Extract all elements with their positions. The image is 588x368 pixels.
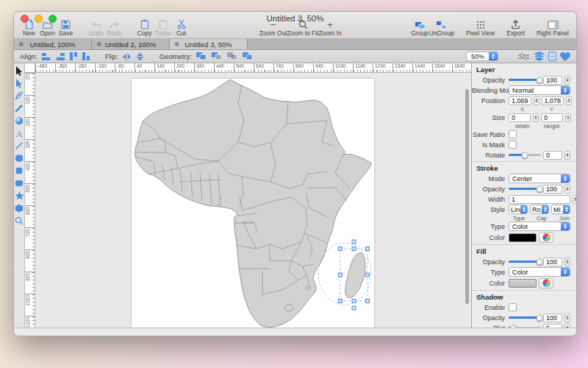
tool-polygon[interactable] [15,203,24,213]
undo-button[interactable]: Undo [87,18,105,37]
position-x-field[interactable]: 1,069 [509,96,531,105]
document-icon[interactable] [548,52,556,61]
rotate-value[interactable]: 0 [543,151,562,160]
tool-pencil[interactable] [15,103,24,113]
geometry-intersect-button[interactable] [226,52,238,61]
heart-icon[interactable] [560,52,570,61]
stroke-cap-select[interactable]: Ro… [530,205,549,214]
pixel-view-button[interactable]: Pixel View [466,18,495,37]
stroke-join-select[interactable]: Mi… [551,205,570,214]
canvas-viewport[interactable] [35,73,471,328]
stepper[interactable] [564,151,570,160]
redo-button[interactable]: Redo [105,18,123,37]
fill-type-select[interactable]: Color [509,267,570,277]
tool-select-cursor[interactable] [15,66,24,76]
rotate-slider[interactable] [509,154,541,156]
copy-button[interactable]: Copy [135,18,154,37]
tab-close-icon[interactable]: ⊗ [18,41,24,47]
tool-zoom[interactable] [15,216,24,226]
island-dot[interactable] [220,198,221,199]
stepper[interactable] [564,314,570,322]
blending-mode-select[interactable]: Normal [509,85,570,95]
layers-icon[interactable] [534,52,545,61]
stepper[interactable] [564,258,570,266]
adjust-sliders-icon[interactable] [517,52,530,61]
tool-pen[interactable] [15,91,24,101]
tool-direct-select-cursor[interactable] [15,78,24,88]
stepper[interactable] [534,96,539,105]
zoom-to-fit-button[interactable]: Zoom to Fit [287,18,319,37]
shadow-blur-slider[interactable] [509,327,541,328]
tool-rounded-rectangle[interactable] [15,178,24,188]
tool-ellipse[interactable] [15,166,24,176]
layer-opacity-slider[interactable] [509,79,541,81]
fill-opacity-value[interactable]: 100 [543,258,562,266]
tool-star[interactable] [15,191,24,201]
tab-untitled-3[interactable]: ⊗ Untitled 3, 50% [170,39,248,49]
align-top-button[interactable] [69,52,78,61]
stroke-opacity-slider[interactable] [509,188,541,190]
tab-untitled-1[interactable]: ⊗ Untitled, 100% [14,39,92,49]
layer-opacity-value[interactable]: 100 [543,76,562,85]
fill-color-swatch[interactable] [509,279,537,288]
zoom-in-button[interactable]: + Zoom In [319,18,342,37]
right-panel-button[interactable]: Right Panel [537,18,569,37]
open-button[interactable]: Open [38,18,57,37]
stroke-color-picker-button[interactable] [539,233,553,243]
group-button[interactable]: Group [411,18,429,37]
vertical-scrollbar[interactable] [465,89,469,304]
app-window: Untitled 3, 50% New Open Save [13,11,577,336]
align-right-button[interactable] [55,52,65,61]
stepper[interactable] [564,185,570,194]
tab-untitled-2[interactable]: ⊗ Untitled 2, 100% [92,39,170,49]
align-left-button[interactable] [41,52,51,61]
export-button[interactable]: Export [506,18,525,37]
save-ratio-checkbox[interactable] [509,130,517,138]
zoom-out-button[interactable]: − Zoom Out [259,18,287,37]
tool-text[interactable]: A [15,128,24,138]
save-button[interactable]: Save [57,18,75,37]
stroke-opacity-value[interactable]: 100 [543,185,562,194]
size-height-field[interactable]: 0 [541,113,563,122]
canvas-zoom-select[interactable]: 50% [466,52,498,61]
stroke-width-field[interactable]: 1 [509,195,570,204]
export-arrow-icon [511,18,520,29]
flip-horizontal-button[interactable] [122,52,132,61]
position-y-field[interactable]: 1,078 [542,96,564,105]
stroke-type-select[interactable]: Line [509,205,528,214]
geometry-union-button[interactable] [196,52,207,61]
shadow-opacity-value[interactable]: 100 [543,314,562,322]
cut-button[interactable]: Cut [172,18,190,37]
align-bottom-button[interactable] [82,52,90,61]
stroke-color-swatch[interactable] [509,233,537,242]
document-page[interactable] [132,79,374,328]
fill-opacity-slider[interactable] [509,261,541,263]
tool-gradient[interactable] [15,116,24,126]
ungroup-button[interactable]: UnGroup [429,18,455,37]
geometry-subtract-button[interactable] [211,52,223,61]
stepper[interactable] [566,96,572,105]
tool-rectangle[interactable] [15,153,24,163]
stroke-mode-select[interactable]: Center [509,174,570,183]
fill-color-picker-button[interactable] [539,278,553,289]
africa-map[interactable] [132,79,374,328]
new-button[interactable]: New [20,18,38,37]
is-mask-checkbox[interactable] [509,141,517,149]
tool-line[interactable] [15,141,24,151]
flip-vertical-button[interactable] [135,52,145,61]
tab-close-icon[interactable]: ⊗ [96,41,101,47]
stepper[interactable] [565,113,571,122]
shadow-enable-checkbox[interactable] [509,303,517,311]
geometry-exclude-button[interactable] [242,52,254,61]
stroke-fill-type-select[interactable]: Color [509,222,570,231]
africa-continent-shape[interactable] [135,79,372,328]
tab-close-icon[interactable]: ⊗ [174,41,179,47]
stepper[interactable] [564,76,570,85]
size-width-field[interactable]: 0 [509,113,531,122]
madagascar-shape[interactable] [345,252,365,298]
shadow-opacity-slider[interactable] [509,316,541,319]
stepper[interactable] [533,113,539,122]
island-dot[interactable] [218,204,219,205]
paste-button[interactable]: Paste [154,18,172,37]
stepper[interactable] [573,195,576,204]
